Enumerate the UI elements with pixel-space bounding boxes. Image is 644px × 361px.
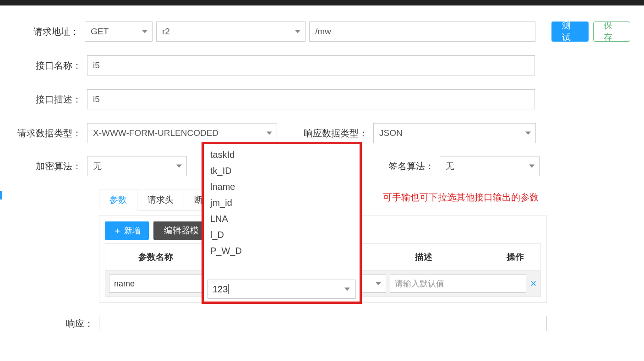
response-data-type-value: JSON bbox=[379, 128, 403, 138]
chevron-down-icon bbox=[176, 165, 182, 168]
label-encryption-algo: 加密算法： bbox=[14, 160, 87, 172]
param-op-cell: ✕ bbox=[530, 279, 537, 289]
annotation-text: 可手输也可下拉选其他接口输出的参数 bbox=[383, 191, 539, 204]
add-param-button[interactable]: ＋ 新增 bbox=[105, 221, 149, 240]
row-interface-name: 接口名称： i5 bbox=[14, 55, 630, 75]
interface-name-value: i5 bbox=[93, 60, 100, 70]
label-signature-algo: 签名算法： bbox=[388, 160, 440, 172]
block-request-data-type: 请求数据类型： X-WWW-FORM-URLENCODED bbox=[14, 123, 277, 143]
th-param-desc: 描述 bbox=[357, 244, 490, 270]
row-data-types: 请求数据类型： X-WWW-FORM-URLENCODED 响应数据类型： JS… bbox=[14, 123, 630, 143]
param-desc-input[interactable]: 请输入默认值 bbox=[390, 275, 526, 293]
label-request-url: 请求地址： bbox=[14, 26, 85, 38]
th-param-op: 操作 bbox=[490, 244, 540, 270]
chevron-down-icon bbox=[376, 282, 381, 286]
save-button[interactable]: 保存 bbox=[593, 22, 630, 42]
dropdown-option[interactable]: P_W_D bbox=[204, 243, 360, 259]
dropdown-option[interactable]: taskId bbox=[204, 147, 360, 163]
request-data-type-select[interactable]: X-WWW-FORM-URLENCODED bbox=[87, 123, 277, 143]
dropdown-combobox-input[interactable]: 123 bbox=[207, 280, 356, 299]
window-topbar bbox=[0, 0, 644, 5]
chevron-down-icon bbox=[142, 30, 147, 33]
dropdown-input-value: 123 bbox=[213, 284, 228, 295]
request-data-type-value: X-WWW-FORM-URLENCODED bbox=[93, 128, 218, 138]
text-cursor bbox=[228, 284, 229, 294]
block-response-data-type: 响应数据类型： JSON bbox=[304, 123, 536, 143]
row-response: 响应： bbox=[14, 316, 630, 331]
add-button-label: 新增 bbox=[124, 225, 141, 236]
path-value: /mw bbox=[315, 27, 331, 37]
host-value: r2 bbox=[162, 27, 170, 37]
chevron-down-icon bbox=[267, 132, 272, 135]
plus-icon: ＋ bbox=[113, 225, 121, 236]
dropdown-option[interactable]: jm_id bbox=[204, 195, 360, 211]
dropdown-option[interactable]: l_D bbox=[204, 227, 360, 243]
delete-row-button[interactable]: ✕ bbox=[530, 279, 537, 288]
th-param-name: 参数名称 bbox=[105, 244, 206, 270]
tab-params[interactable]: 参数 bbox=[99, 189, 137, 211]
chevron-down-icon bbox=[529, 165, 535, 168]
tabs: 参数 请求头 断言 bbox=[99, 189, 630, 211]
dropdown-option[interactable]: lname bbox=[204, 179, 360, 195]
interface-desc-input[interactable]: i5 bbox=[87, 89, 535, 109]
response-output bbox=[99, 316, 547, 331]
response-data-type-select[interactable]: JSON bbox=[373, 123, 536, 143]
path-input[interactable]: /mw bbox=[309, 22, 535, 42]
interface-desc-value: i5 bbox=[93, 94, 100, 104]
label-interface-name: 接口名称： bbox=[14, 59, 87, 72]
tab-headers[interactable]: 请求头 bbox=[137, 189, 184, 211]
dropdown-option[interactable]: LNA bbox=[204, 211, 360, 227]
chevron-down-icon bbox=[295, 30, 300, 33]
param-name-value: name bbox=[114, 279, 135, 289]
label-response: 响应： bbox=[14, 318, 99, 330]
signature-algo-select[interactable]: 无 bbox=[440, 156, 540, 176]
request-url-controls: GET r2 /mw bbox=[85, 22, 535, 42]
param-desc-placeholder: 请输入默认值 bbox=[395, 278, 444, 289]
http-method-value: GET bbox=[91, 27, 109, 37]
left-accent-bar bbox=[0, 191, 2, 199]
row-interface-desc: 接口描述： i5 bbox=[14, 89, 630, 109]
chevron-down-icon bbox=[344, 288, 350, 291]
form-container: 请求地址： GET r2 /mw 测试 保存 接口名称： i5 接口描述： bbox=[0, 5, 644, 340]
dropdown-option[interactable]: tk_ID bbox=[204, 163, 360, 179]
param-value-dropdown: taskId tk_ID lname jm_id LNA l_D P_W_D 1… bbox=[202, 142, 362, 304]
url-row-actions: 测试 保存 bbox=[551, 22, 630, 42]
host-select[interactable]: r2 bbox=[156, 22, 306, 42]
chevron-down-icon bbox=[525, 132, 531, 135]
encryption-algo-value: 无 bbox=[93, 160, 102, 172]
label-request-data-type: 请求数据类型： bbox=[14, 127, 87, 140]
encryption-algo-select[interactable]: 无 bbox=[87, 156, 187, 176]
block-signature: 签名算法： 无 bbox=[388, 156, 540, 176]
label-response-data-type: 响应数据类型： bbox=[304, 127, 373, 140]
interface-name-input[interactable]: i5 bbox=[87, 55, 535, 75]
http-method-select[interactable]: GET bbox=[85, 22, 153, 42]
test-button[interactable]: 测试 bbox=[551, 22, 589, 42]
block-encryption: 加密算法： 无 bbox=[14, 156, 187, 176]
signature-algo-value: 无 bbox=[446, 160, 454, 172]
editor-mode-button[interactable]: 编辑器模 bbox=[153, 221, 209, 240]
label-interface-desc: 接口描述： bbox=[14, 93, 87, 106]
row-request-url: 请求地址： GET r2 /mw 测试 保存 bbox=[14, 22, 630, 42]
